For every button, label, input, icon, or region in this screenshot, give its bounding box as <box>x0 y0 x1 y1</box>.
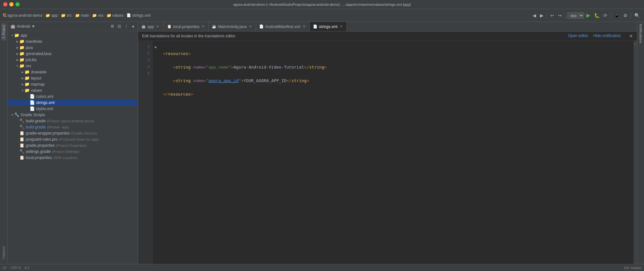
breadcrumb-res[interactable]: 📁 res <box>92 13 103 18</box>
tree-item-generatedJava[interactable]: ▶ 📁 generatedJava <box>8 51 138 57</box>
file-icon: 📄 <box>127 13 131 17</box>
tree-secondary-build-app: (Module: app) <box>47 125 69 129</box>
tree-item-settings-gradle[interactable]: 🔨 settings.gradle (Project Settings) <box>8 148 138 154</box>
notification-close[interactable]: ✕ <box>629 33 633 39</box>
folder-icon-drawable: 📁 <box>24 70 30 74</box>
tree-item-gradle-scripts[interactable]: ▼ 🔧 Gradle Scripts <box>8 112 138 118</box>
right-scrollbar[interactable]: ✓ <box>634 41 637 264</box>
run-config-select[interactable]: app <box>567 12 584 19</box>
close-button[interactable] <box>3 2 7 6</box>
hide-notification-link[interactable]: Hide notification <box>593 33 621 39</box>
project-panel-tab[interactable]: 1: Project <box>1 23 6 41</box>
breadcrumb-app[interactable]: 📁 app <box>45 13 58 18</box>
tab-close-mainactivity[interactable]: ✕ <box>248 24 252 29</box>
tab-androidmanifest[interactable]: 📄 AndroidManifest.xml ✕ <box>256 22 310 31</box>
tree-arrow-manifests: ▶ <box>15 40 19 43</box>
tree-item-gradle-properties[interactable]: 📋 gradle.properties (Project Properties) <box>8 142 138 148</box>
breadcrumb-project[interactable]: 🏗 agora-android-demo <box>3 13 43 18</box>
tab-mainactivity[interactable]: ☕ MainActivity.java ✕ <box>209 22 256 31</box>
code-content[interactable]: <resources> <string name="app_name">Agor… <box>159 41 634 264</box>
avd-button[interactable]: 📱 <box>612 12 621 19</box>
tree-item-app[interactable]: ▼ 📁 app <box>8 32 138 38</box>
tab-label-manifest: AndroidManifest.xml <box>265 24 300 29</box>
forward-button[interactable]: ▶ <box>538 12 545 19</box>
tree-secondary-wrapper: (Gradle Version) <box>71 131 97 135</box>
main-layout: 1: Project Captures 🤖 Android ▼ ⚙ ⊟ ⋮ ◂ <box>0 22 644 264</box>
right-strip-btn-1[interactable]: Notifications <box>638 23 644 44</box>
gutter-run-icon[interactable]: ▶ <box>153 43 159 50</box>
search-everywhere-button[interactable]: 🔍 <box>633 12 641 19</box>
tab-app[interactable]: 🤖 app ✕ <box>138 22 164 31</box>
tree-item-drawable[interactable]: ▶ 📁 drawable <box>8 69 138 75</box>
folder-icon-gradle: 🔧 <box>14 112 19 117</box>
code-line-2: <string name="app_name">Agora-Android-Vi… <box>163 64 630 70</box>
tree-label-gradle-props: gradle.properties <box>26 143 55 148</box>
open-editor-link[interactable]: Open editor <box>568 33 588 39</box>
sync-button[interactable]: ⟳ <box>602 12 609 19</box>
tab-close-app[interactable]: ✕ <box>156 24 160 29</box>
tree-arrow-generatedJava: ▶ <box>15 52 19 55</box>
status-lf: LF <box>3 266 7 270</box>
tab-close-manifest[interactable]: ✕ <box>302 24 306 29</box>
tree-item-build-gradle-app[interactable]: 🔨 build.gradle (Module: app) <box>8 124 138 130</box>
tab-label-strings: strings.xml <box>319 24 337 29</box>
tab-strings-xml[interactable]: 📄 strings.xml ✕ <box>310 22 347 31</box>
back-button[interactable]: ◀ <box>531 12 538 19</box>
notification-links: Open editor Hide notification ✕ <box>568 33 633 39</box>
title-bar: agora-android-demo [~/AndroidStudioProje… <box>0 0 644 9</box>
folder-icon-mipmap: 📁 <box>24 82 30 87</box>
tree-item-build-gradle-proj[interactable]: 🔨 build.gradle (Project: agora-android-d… <box>8 118 138 124</box>
tab-close-local[interactable]: ✕ <box>201 24 205 29</box>
redo-button[interactable]: ↪ <box>556 12 564 19</box>
tree-label-mipmap: mipmap <box>31 82 45 87</box>
tree-item-layout[interactable]: ▶ 📁 layout <box>8 75 138 81</box>
tree-label-styles: styles.xml <box>36 107 53 111</box>
tree-item-local-properties[interactable]: 📋 local.properties (SDK Location) <box>8 154 138 161</box>
captures-panel-tab[interactable]: Captures <box>1 244 6 261</box>
android-selector[interactable]: 🤖 Android ▼ <box>10 24 35 29</box>
android-icon: 🤖 <box>10 24 15 29</box>
breadcrumb-values[interactable]: 📁 values <box>107 13 124 18</box>
undo-button[interactable]: ↩ <box>549 12 556 19</box>
project-hide-btn[interactable]: ◂ <box>130 23 135 29</box>
tab-label-local: local.properties <box>173 24 199 29</box>
tree-item-styles-xml[interactable]: 📄 styles.xml <box>8 106 138 112</box>
tree-item-jniLibs[interactable]: ▶ 📁 jniLibs <box>8 57 138 63</box>
editor-area: 🤖 app ✕ 📋 local.properties ✕ ☕ MainActiv… <box>138 22 637 264</box>
tab-close-strings[interactable]: ✕ <box>339 24 343 29</box>
toolbar-right: ◀ ▶ ↩ ↪ app ▶ 🐛 ⟳ 📱 ⚙ 🔍 <box>531 12 641 19</box>
project-collapse-btn[interactable]: ⊟ <box>116 23 122 29</box>
project-more-btn[interactable]: ⋮ <box>123 23 130 29</box>
tree-label-strings: strings.xml <box>36 100 54 105</box>
project-settings-btn[interactable]: ⚙ <box>109 23 116 29</box>
tree-label-wrapper: gradle-wrapper.properties <box>26 131 70 136</box>
tree-item-proguard[interactable]: 📋 proguard-rules.pro (ProGuard Rules for… <box>8 136 138 142</box>
breadcrumb-src[interactable]: 📁 src <box>61 13 72 18</box>
breadcrumb-main[interactable]: 📁 main <box>75 13 89 18</box>
tree-item-manifests[interactable]: ▶ 📁 manifests <box>8 38 138 44</box>
gradle-icon-build-proj: 🔨 <box>19 118 24 123</box>
tree-item-gradle-wrapper[interactable]: 📋 gradle-wrapper.properties (Gradle Vers… <box>8 130 138 136</box>
tree-item-strings-xml[interactable]: 📄 strings.xml <box>8 99 138 106</box>
tree-item-colors-xml[interactable]: 📄 colors.xml <box>8 93 138 99</box>
sdk-button[interactable]: ⚙ <box>622 12 629 19</box>
tree-item-mipmap[interactable]: ▶ 📁 mipmap <box>8 81 138 87</box>
tree-arrow-jniLibs: ▶ <box>15 58 19 61</box>
tree-item-java[interactable]: ▶ 📁 java <box>8 44 138 51</box>
maximize-button[interactable] <box>15 2 20 6</box>
breadcrumb: 🏗 agora-android-demo › 📁 app › 📁 src › 📁… <box>3 13 151 18</box>
tree-item-res[interactable]: ▼ 📁 res <box>8 63 138 69</box>
tree-arrow-res: ▼ <box>15 64 19 68</box>
tree-label-layout: layout <box>31 76 41 80</box>
debug-button[interactable]: 🐛 <box>592 12 601 19</box>
tree-label-values: values <box>31 88 42 93</box>
code-editor: 1 2 3 4 5 ▶ <resources> <string name="ap… <box>138 41 637 264</box>
gutter-empty-2 <box>153 50 159 57</box>
run-button[interactable]: ▶ <box>585 12 592 19</box>
tree-item-values[interactable]: ▼ 📁 values <box>8 87 138 93</box>
tree-label-build-app: build.gradle <box>26 125 46 129</box>
tab-local-properties[interactable]: 📋 local.properties ✕ <box>164 22 209 31</box>
minimize-button[interactable] <box>9 2 14 6</box>
top-toolbar: 🏗 agora-android-demo › 📁 app › 📁 src › 📁… <box>0 9 644 22</box>
breadcrumb-file[interactable]: 📄 strings.xml <box>127 13 150 18</box>
